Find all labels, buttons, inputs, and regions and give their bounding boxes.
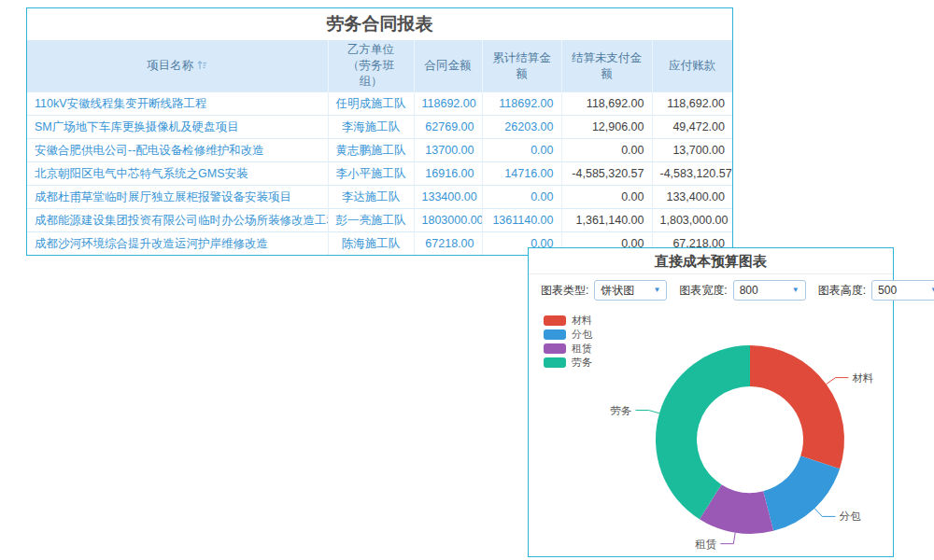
- donut-chart: 材料分包租赁劳务: [529, 306, 893, 556]
- chart-type-value: 饼状图: [601, 283, 634, 299]
- column-header-payable: 应付账款: [652, 40, 732, 92]
- cell-unpaid: 12,906.00: [561, 116, 652, 139]
- column-header-project[interactable]: 项目名称: [27, 40, 328, 92]
- cell-settled: 1361140.00: [482, 209, 561, 232]
- cell-name[interactable]: 成都杜甫草堂临时展厅独立展柜报警设备安装项目: [27, 186, 328, 209]
- cell-settled: 0.00: [482, 186, 561, 209]
- chart-width-value: 800: [740, 284, 758, 297]
- cell-team: 陈海施工队: [328, 232, 414, 256]
- cell-payable: 1,803,000.00: [652, 209, 732, 232]
- column-header-team: 乙方单位（劳务班组）: [328, 40, 414, 92]
- slice-label: 分包: [839, 511, 861, 522]
- caret-down-icon: ▼: [653, 287, 660, 294]
- cell-settled: 118692.00: [482, 92, 561, 116]
- column-header-settled-amount: 累计结算金额: [482, 40, 561, 92]
- label-leader-line: [827, 378, 849, 385]
- cell-name[interactable]: 安徽合肥供电公司--配电设备检修维护和改造: [27, 139, 328, 162]
- cell-team: 任明成施工队: [328, 92, 414, 116]
- cell-contract: 13700.00: [414, 139, 482, 162]
- cell-contract: 67218.00: [414, 232, 482, 256]
- chart-height-select[interactable]: 500 ▼: [871, 280, 934, 301]
- cell-contract: 133400.00: [414, 186, 482, 209]
- chart-type-group: 图表类型: 饼状图 ▼: [541, 280, 667, 301]
- table-header-row: 项目名称 乙方单位（劳务班组） 合同金额 累计结算金额 结算未支付金额 应付账款: [27, 40, 732, 92]
- column-header-contract-amount: 合同金额: [414, 40, 482, 92]
- cell-unpaid: 1,361,140.00: [561, 209, 652, 232]
- table-row: SM广场地下车库更换摄像机及硬盘项目李海施工队62769.0026203.001…: [27, 116, 732, 139]
- chart-width-group: 图表宽度: 800 ▼: [679, 280, 805, 301]
- cell-team: 彭一亮施工队: [328, 209, 414, 232]
- cell-settled: 26203.00: [482, 116, 561, 139]
- cell-team: 黄志鹏施工队: [328, 139, 414, 162]
- chart-panel-title: 直接成本预算图表: [529, 248, 893, 274]
- cell-payable: -4,583,120.57: [652, 162, 732, 186]
- cell-payable: 49,472.00: [652, 116, 732, 139]
- caret-down-icon: ▼: [792, 287, 800, 294]
- labor-contract-report-panel: 劳务合同报表 项目名称 乙方单位（劳务班组） 合同金额 累计结算金额 结算未支付…: [26, 7, 733, 256]
- chart-controls: 图表类型: 饼状图 ▼ 图表宽度: 800 ▼ 图表高度: 500 ▼: [529, 274, 893, 306]
- table-row: 北京朝阳区电气中芯特气系统之GMS安装李小平施工队16916.0014716.0…: [27, 162, 732, 186]
- table-row: 成都杜甫草堂临时展厅独立展柜报警设备安装项目李达施工队133400.000.00…: [27, 186, 732, 209]
- cell-unpaid: 0.00: [561, 186, 652, 209]
- pie-slice-1[interactable]: [763, 456, 840, 531]
- cell-settled: 14716.00: [482, 162, 561, 186]
- report-table: 项目名称 乙方单位（劳务班组） 合同金额 累计结算金额 结算未支付金额 应付账款…: [27, 40, 732, 255]
- table-row: 110kV安徽线程集变开断线路工程任明成施工队118692.00118692.0…: [27, 92, 732, 116]
- caret-down-icon: ▼: [930, 287, 934, 294]
- cell-unpaid: 0.00: [561, 139, 652, 162]
- cell-name[interactable]: 北京朝阳区电气中芯特气系统之GMS安装: [27, 162, 328, 186]
- cell-settled: 0.00: [482, 139, 561, 162]
- label-leader-line: [636, 411, 660, 413]
- slice-label: 租赁: [694, 539, 717, 551]
- cell-contract: 118692.00: [414, 92, 482, 116]
- slice-label: 材料: [852, 372, 873, 384]
- cell-payable: 13,700.00: [652, 139, 732, 162]
- chart-type-select[interactable]: 饼状图 ▼: [594, 280, 667, 301]
- chart-height-value: 500: [878, 284, 897, 297]
- cell-name[interactable]: SM广场地下车库更换摄像机及硬盘项目: [27, 116, 328, 139]
- table-row: 安徽合肥供电公司--配电设备检修维护和改造黄志鹏施工队13700.000.000…: [27, 139, 732, 162]
- cell-team: 李达施工队: [328, 186, 414, 209]
- cell-payable: 133,400.00: [652, 186, 732, 209]
- column-header-unpaid-amount: 结算未支付金额: [561, 40, 652, 92]
- table-row: 成都能源建设集团投资有限公司临时办公场所装修改造工程EPC彭一亮施工队18030…: [27, 209, 732, 232]
- chart-width-select[interactable]: 800 ▼: [733, 280, 806, 301]
- cell-team: 李小平施工队: [328, 162, 414, 186]
- column-header-label: 项目名称: [147, 59, 193, 72]
- cell-contract: 16916.00: [414, 162, 482, 186]
- cell-name[interactable]: 成都沙河环境综合提升改造运河护岸维修改造: [27, 232, 328, 256]
- cell-unpaid: 118,692.00: [561, 92, 652, 116]
- chart-type-label: 图表类型:: [541, 283, 588, 299]
- cell-name[interactable]: 110kV安徽线程集变开断线路工程: [27, 92, 328, 116]
- chart-height-label: 图表高度:: [818, 283, 866, 299]
- cell-payable: 118,692.00: [652, 92, 732, 116]
- cost-budget-chart-panel: 直接成本预算图表 图表类型: 饼状图 ▼ 图表宽度: 800 ▼ 图表高度: 5…: [528, 247, 894, 557]
- chart-height-group: 图表高度: 500 ▼: [818, 280, 934, 301]
- sort-asc-icon: [197, 60, 207, 70]
- report-table-body: 110kV安徽线程集变开断线路工程任明成施工队118692.00118692.0…: [27, 92, 732, 256]
- cell-contract: 62769.00: [414, 116, 482, 139]
- chart-width-label: 图表宽度:: [679, 283, 727, 299]
- pie-slice-0[interactable]: [750, 345, 844, 469]
- slice-label: 劳务: [611, 405, 632, 416]
- label-leader-line: [720, 533, 735, 544]
- report-title: 劳务合同报表: [27, 8, 732, 40]
- cell-team: 李海施工队: [328, 116, 414, 139]
- label-leader-line: [814, 509, 835, 517]
- cell-contract: 1803000.00: [414, 209, 482, 232]
- cell-unpaid: -4,585,320.57: [561, 162, 652, 186]
- cell-name[interactable]: 成都能源建设集团投资有限公司临时办公场所装修改造工程EPC: [27, 209, 328, 232]
